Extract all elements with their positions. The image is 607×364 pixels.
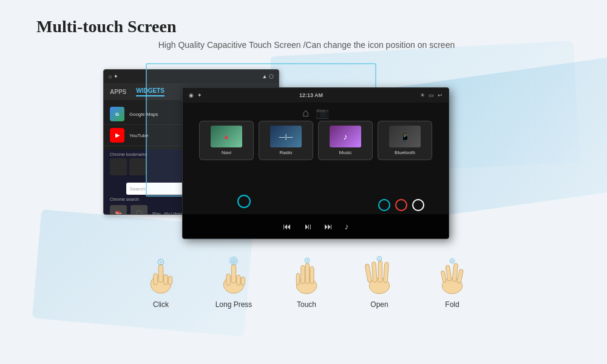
open-hand-svg xyxy=(361,253,398,295)
car-screen: ◉ ✦ 12:13 AM ☀ ▭ ↩ ⌂ 📷 Na xyxy=(182,87,449,239)
circle-cyan-2 xyxy=(237,195,251,208)
gesture-open: Open xyxy=(352,251,407,309)
page-subtitle: High Quality Capacitive Touch Screen /Ca… xyxy=(36,40,577,50)
gesture-click: Click xyxy=(134,251,188,309)
svg-rect-16 xyxy=(301,265,305,283)
car-home-icon: ⌂ xyxy=(302,107,309,119)
battery-icon: ▭ xyxy=(429,92,434,98)
play-thumb-headphone: 🎧 xyxy=(131,205,148,215)
car-statusbar: ◉ ✦ 12:13 AM ☀ ▭ ↩ xyxy=(183,88,449,103)
car-app-music[interactable]: ♪ Music xyxy=(318,121,373,160)
car-app-radio[interactable]: —|— Radio xyxy=(259,121,313,160)
car-status-left: ◉ ✦ xyxy=(189,92,202,98)
svg-rect-1 xyxy=(158,264,163,282)
car-app-navi[interactable]: Navi xyxy=(199,121,254,160)
play-label: Play - My Library xyxy=(152,212,185,215)
prev-button[interactable]: ⏮ xyxy=(283,221,291,231)
svg-rect-17 xyxy=(305,263,310,283)
fold-hand-svg xyxy=(434,253,470,295)
navi-label: Navi xyxy=(222,150,231,155)
next-button[interactable]: ⏭ xyxy=(324,221,333,231)
gesture-fold: Fold xyxy=(425,251,480,309)
play-thumb-book: 📚 xyxy=(110,205,127,215)
fold-label: Fold xyxy=(445,300,459,309)
svg-rect-33 xyxy=(441,271,446,282)
tab-apps[interactable]: APPS xyxy=(110,89,126,95)
bookmark-thumb-2 xyxy=(129,158,146,175)
svg-rect-23 xyxy=(365,263,372,282)
circle-cyan-2-inner xyxy=(237,195,251,208)
play-pause-button[interactable]: ⏯ xyxy=(304,221,312,231)
music-note-icon: ♪ xyxy=(345,221,349,231)
gps-icon: ◉ xyxy=(189,92,194,98)
svg-rect-2 xyxy=(154,273,158,285)
svg-rect-4 xyxy=(168,276,172,285)
svg-point-21 xyxy=(306,259,308,261)
circle-red xyxy=(395,199,407,211)
svg-rect-25 xyxy=(378,261,382,282)
screens-area: ⌂ ✦ ▲ ⬡ APPS WIDGETS G Google Maps ▶ You… xyxy=(121,63,577,239)
circle-white xyxy=(412,199,424,211)
car-time: 12:13 AM xyxy=(299,92,323,98)
navi-visual xyxy=(211,126,242,147)
bookmark-thumb-1 xyxy=(110,158,127,175)
gesture-touch: Touch xyxy=(279,251,334,309)
svg-rect-18 xyxy=(310,266,314,283)
car-status-right: ☀ ▭ ↩ xyxy=(420,92,443,98)
car-camera-icon: 📷 xyxy=(316,107,329,119)
radio-visual: —|— xyxy=(270,126,302,147)
open-label: Open xyxy=(370,300,388,309)
brightness-icon: ☀ xyxy=(420,92,425,98)
svg-rect-30 xyxy=(446,265,452,281)
circle-cyan xyxy=(378,199,390,211)
svg-point-28 xyxy=(378,257,381,260)
svg-rect-32 xyxy=(456,269,463,283)
svg-rect-19 xyxy=(296,273,300,285)
svg-rect-11 xyxy=(241,277,245,285)
bluetooth-icon: ✦ xyxy=(197,92,202,98)
music-visual: ♪ xyxy=(330,126,361,147)
longpress-hand xyxy=(212,251,255,297)
google-maps-icon: G xyxy=(110,107,124,121)
svg-rect-3 xyxy=(164,274,168,285)
android-home-icon: ⌂ ✦ xyxy=(109,73,118,79)
svg-rect-24 xyxy=(371,261,377,282)
touch-hand-svg xyxy=(288,253,325,295)
svg-point-14 xyxy=(232,260,235,262)
radio-label: Radio xyxy=(280,150,293,155)
car-apps-grid: Navi —|— Radio ♪ Music 📱 Bluetooth xyxy=(183,121,449,160)
gestures-section: Click Long Press xyxy=(36,239,577,315)
fold-hand xyxy=(431,251,473,297)
car-app-bluetooth[interactable]: 📱 Bluetooth xyxy=(378,121,432,160)
longpress-hand-svg xyxy=(215,253,252,295)
bt-visual: 📱 xyxy=(389,126,421,147)
gesture-longpress: Long Press xyxy=(206,251,261,309)
svg-rect-10 xyxy=(237,275,241,285)
longpress-label: Long Press xyxy=(215,300,253,309)
svg-point-6 xyxy=(160,261,162,263)
color-circles xyxy=(378,199,424,211)
svg-rect-9 xyxy=(226,274,231,285)
youtube-icon: ▶ xyxy=(110,128,124,143)
search-placeholder: Search xyxy=(130,186,145,192)
back-icon: ↩ xyxy=(438,92,443,98)
open-hand xyxy=(358,251,401,297)
svg-rect-26 xyxy=(384,262,389,283)
svg-rect-8 xyxy=(231,264,236,283)
click-hand-svg xyxy=(143,253,179,295)
player-bar: ⏮ ⏯ ⏭ ♪ xyxy=(183,214,449,238)
svg-point-35 xyxy=(451,260,453,262)
click-label: Click xyxy=(153,300,169,309)
car-home-area: ⌂ 📷 xyxy=(183,103,449,121)
click-hand xyxy=(140,251,182,297)
touch-label: Touch xyxy=(297,300,316,309)
music-label: Music xyxy=(339,150,352,155)
touch-hand xyxy=(285,251,328,297)
page-title: Multi-touch Screen xyxy=(36,17,577,36)
bt-label: Bluetooth xyxy=(395,150,415,155)
